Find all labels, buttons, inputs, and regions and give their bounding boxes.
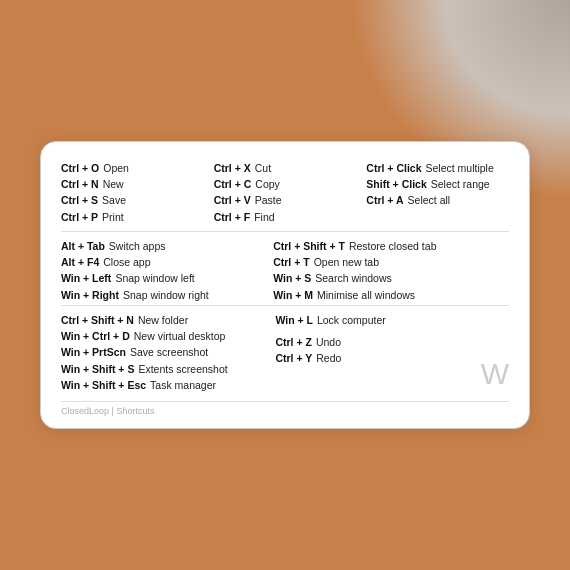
shortcut-row: Win + LLock computer	[275, 312, 436, 328]
key: Ctrl + F	[214, 209, 250, 225]
shortcut-row: Shift + ClickSelect range	[366, 176, 509, 192]
key: Ctrl + P	[61, 209, 98, 225]
key: Win + Ctrl + D	[61, 328, 130, 344]
col-folders-screenshot: Ctrl + Shift + NNew folder Win + Ctrl + …	[61, 312, 265, 393]
shortcut-row: Ctrl + PPrint	[61, 209, 204, 225]
desc: Select multiple	[426, 160, 494, 176]
desc: Switch apps	[109, 238, 166, 254]
col-tabs-windows: Ctrl + Shift + TRestore closed tab Ctrl …	[273, 238, 509, 303]
shortcut-row: Ctrl + OOpen	[61, 160, 204, 176]
key: Win + Right	[61, 287, 119, 303]
desc: Task manager	[150, 377, 216, 393]
key: Ctrl + Y	[275, 350, 312, 366]
col-open-print: Ctrl + OOpen Ctrl + NNew Ctrl + SSave Ct…	[61, 160, 204, 225]
shortcut-row: Ctrl + CCopy	[214, 176, 357, 192]
key: Ctrl + O	[61, 160, 99, 176]
shortcut-row: Ctrl + ClickSelect multiple	[366, 160, 509, 176]
key: Ctrl + V	[214, 192, 251, 208]
bot-section: Ctrl + Shift + NNew folder Win + Ctrl + …	[61, 305, 509, 393]
desc: Save	[102, 192, 126, 208]
key: Ctrl + X	[214, 160, 251, 176]
desc: Find	[254, 209, 274, 225]
key: Ctrl + Z	[275, 334, 311, 350]
key: Alt + F4	[61, 254, 99, 270]
desc: Select range	[431, 176, 490, 192]
key: Ctrl + N	[61, 176, 99, 192]
desc: Restore closed tab	[349, 238, 437, 254]
desc: Save screenshot	[130, 344, 208, 360]
shortcut-row: Ctrl + VPaste	[214, 192, 357, 208]
shortcut-row: Win + PrtScnSave screenshot	[61, 344, 265, 360]
shortcut-row: Win + RightSnap window right	[61, 287, 263, 303]
key: Alt + Tab	[61, 238, 105, 254]
key: Ctrl + T	[273, 254, 309, 270]
col-alttab-winright: Alt + TabSwitch apps Alt + F4Close app W…	[61, 238, 263, 303]
desc: Minimise all windows	[317, 287, 415, 303]
key: Win + M	[273, 287, 313, 303]
shortcut-row: Win + Shift + SExtents screenshot	[61, 361, 265, 377]
footer-text: ClosedLoop | Shortcuts	[61, 406, 154, 416]
desc: Close app	[103, 254, 150, 270]
key: Win + L	[275, 312, 313, 328]
shortcut-row: Alt + F4Close app	[61, 254, 263, 270]
mid-section: Alt + TabSwitch apps Alt + F4Close app W…	[61, 231, 509, 303]
shortcut-row: Win + LeftSnap window left	[61, 270, 263, 286]
desc: New virtual desktop	[134, 328, 226, 344]
col-select: Ctrl + ClickSelect multiple Shift + Clic…	[366, 160, 509, 225]
shortcut-row: Ctrl + Shift + TRestore closed tab	[273, 238, 509, 254]
desc: Redo	[316, 350, 341, 366]
shortcut-row: Ctrl + ZUndo	[275, 334, 436, 350]
shortcut-row: Win + Shift + EscTask manager	[61, 377, 265, 393]
key: Ctrl + Shift + T	[273, 238, 345, 254]
key: Ctrl + A	[366, 192, 403, 208]
shortcut-row: Alt + TabSwitch apps	[61, 238, 263, 254]
desc: New folder	[138, 312, 188, 328]
key: Win + S	[273, 270, 311, 286]
desc: Paste	[255, 192, 282, 208]
col-lock-undo: Win + LLock computer Ctrl + ZUndo Ctrl +…	[275, 312, 436, 393]
key: Ctrl + S	[61, 192, 98, 208]
desc: Lock computer	[317, 312, 386, 328]
desc: Search windows	[315, 270, 391, 286]
shortcut-row: Ctrl + TOpen new tab	[273, 254, 509, 270]
key: Win + Shift + Esc	[61, 377, 146, 393]
desc: Snap window left	[115, 270, 194, 286]
shortcut-row: Ctrl + YRedo	[275, 350, 436, 366]
key: Win + Shift + S	[61, 361, 134, 377]
desc: New	[103, 176, 124, 192]
top-section: Ctrl + OOpen Ctrl + NNew Ctrl + SSave Ct…	[61, 160, 509, 225]
key: Ctrl + C	[214, 176, 252, 192]
shortcut-row: Win + Ctrl + DNew virtual desktop	[61, 328, 265, 344]
desc: Select all	[408, 192, 451, 208]
shortcut-row: Win + SSearch windows	[273, 270, 509, 286]
key: Ctrl + Shift + N	[61, 312, 134, 328]
key: Shift + Click	[366, 176, 426, 192]
desc: Snap window right	[123, 287, 209, 303]
desc: Open	[103, 160, 129, 176]
desc: Open new tab	[314, 254, 379, 270]
key: Ctrl + Click	[366, 160, 421, 176]
desc: Copy	[255, 176, 280, 192]
shortcut-row: Win + MMinimise all windows	[273, 287, 509, 303]
desc: Cut	[255, 160, 271, 176]
desc: Undo	[316, 334, 341, 350]
key: Win + PrtScn	[61, 344, 126, 360]
col-cut-find: Ctrl + XCut Ctrl + CCopy Ctrl + VPaste C…	[214, 160, 357, 225]
shortcut-row: Ctrl + FFind	[214, 209, 357, 225]
shortcut-row: Ctrl + XCut	[214, 160, 357, 176]
key: Win + Left	[61, 270, 111, 286]
logo-w: W	[481, 359, 509, 389]
shortcuts-card: Ctrl + OOpen Ctrl + NNew Ctrl + SSave Ct…	[40, 141, 530, 429]
footer: ClosedLoop | Shortcuts	[61, 401, 509, 416]
shortcut-row: Ctrl + SSave	[61, 192, 204, 208]
shortcut-row: Ctrl + Shift + NNew folder	[61, 312, 265, 328]
shortcut-row: Ctrl + NNew	[61, 176, 204, 192]
desc: Print	[102, 209, 124, 225]
shortcut-row: Ctrl + ASelect all	[366, 192, 509, 208]
desc: Extents screenshot	[138, 361, 227, 377]
